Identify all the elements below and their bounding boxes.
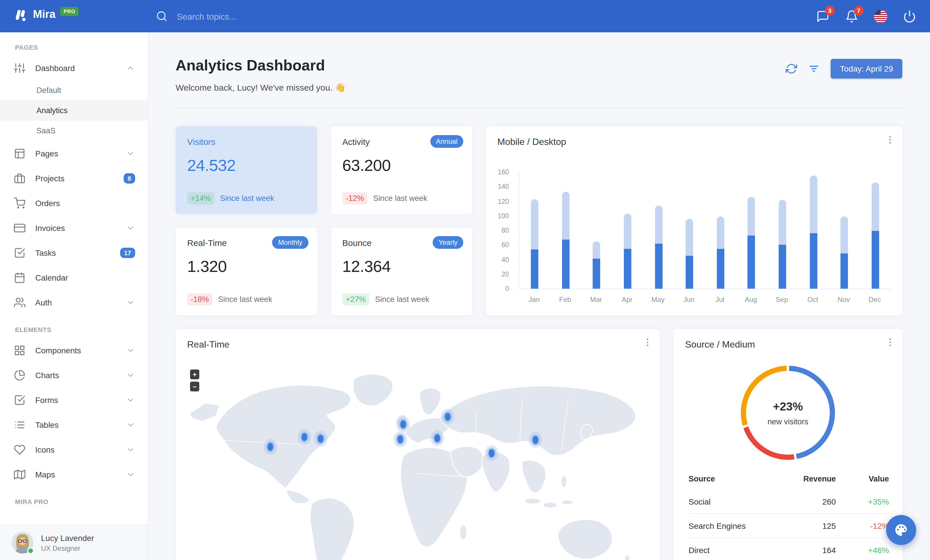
x-axis-tick: Mar — [590, 296, 602, 304]
sidebar-item-orders[interactable]: Orders — [0, 190, 148, 215]
sidebar-item-calendar[interactable]: Calendar — [0, 265, 148, 290]
stat-period-pill[interactable]: Yearly — [433, 236, 463, 249]
x-axis-tick: Sep — [776, 296, 788, 304]
y-axis-tick: 140 — [498, 183, 509, 190]
date-button[interactable]: Today: April 29 — [831, 59, 902, 78]
map-marker[interactable] — [443, 411, 452, 423]
sidebar-item-components[interactable]: Components — [0, 338, 148, 362]
stat-period-pill[interactable]: Annual — [430, 135, 463, 148]
language-selector[interactable] — [874, 9, 887, 23]
map-zoom-out-button[interactable]: − — [190, 382, 199, 391]
sidebar-item-invoices[interactable]: Invoices — [0, 215, 148, 240]
main-content: Analytics Dashboard Welcome back, Lucy! … — [148, 32, 930, 560]
world-map[interactable] — [176, 358, 660, 560]
bar-dec — [871, 182, 879, 288]
page-subtitle: Welcome back, Lucy! We've missed you. 👋 — [176, 82, 346, 94]
sidebar-item-maps[interactable]: Maps — [0, 462, 148, 487]
check-square-icon — [14, 247, 25, 258]
sidebar-section-label: PAGES — [0, 32, 148, 55]
sidebar: PAGESDashboardDefaultAnalyticsSaaSPagesP… — [0, 32, 148, 560]
card-menu-button[interactable] — [885, 337, 895, 348]
sidebar-item-label: Charts — [35, 370, 126, 380]
card-menu-button[interactable] — [642, 337, 653, 348]
bar-segment-mobile — [810, 233, 817, 288]
col-header-value: Value — [836, 474, 889, 483]
bar-segment-mobile — [717, 249, 724, 288]
refresh-button[interactable] — [785, 63, 797, 74]
map-marker[interactable] — [396, 434, 405, 445]
cell-revenue: 125 — [785, 521, 836, 530]
sidebar-item-forms[interactable]: Forms — [0, 387, 148, 412]
us-flag-icon — [874, 9, 887, 23]
sidebar-item-projects[interactable]: Projects8 — [0, 166, 148, 190]
messages-button[interactable]: 3 — [816, 9, 830, 23]
x-axis-tick: Feb — [559, 296, 571, 304]
bar-segment-mobile — [531, 249, 539, 288]
theme-settings-button[interactable] — [886, 515, 916, 545]
stat-card-activity: ActivityAnnual63.200-12%Since last week — [331, 126, 472, 214]
map-marker[interactable] — [531, 434, 540, 446]
sidebar-subitem-default[interactable]: Default — [0, 80, 148, 100]
search-input[interactable] — [176, 11, 311, 21]
sidebar-item-tasks[interactable]: Tasks17 — [0, 240, 148, 265]
bar-may — [655, 206, 662, 288]
bar-segment-mobile — [593, 259, 600, 289]
chevron-up-icon — [126, 63, 135, 72]
filter-button[interactable] — [808, 63, 820, 74]
check-square-icon — [14, 394, 25, 405]
bar-segment-mobile — [779, 245, 786, 288]
map-zoom-in-button[interactable]: + — [190, 370, 199, 379]
sidebar-item-charts[interactable]: Charts — [0, 362, 148, 387]
briefcase-icon — [14, 172, 25, 184]
kebab-icon — [885, 337, 895, 348]
sidebar-item-pages[interactable]: Pages — [0, 141, 148, 166]
map-marker[interactable] — [266, 441, 275, 453]
sidebar-user[interactable]: Lucy Lavender UX Designer — [0, 525, 148, 560]
cell-source: Social — [688, 497, 785, 506]
stat-period-pill[interactable]: Monthly — [273, 236, 308, 249]
stat-caption: Since last week — [220, 194, 274, 203]
table-row[interactable]: Search Engines125-12% — [688, 513, 889, 537]
sidebar-subitem-analytics[interactable]: Analytics — [0, 100, 148, 121]
logout-button[interactable] — [903, 9, 916, 23]
sidebar-item-label: Icons — [35, 445, 126, 454]
table-row[interactable]: Direct164+46% — [688, 537, 889, 560]
map-marker[interactable] — [487, 447, 496, 459]
header-divider — [176, 107, 902, 108]
brand[interactable]: Mira PRO — [13, 7, 79, 25]
map-marker[interactable] — [433, 433, 442, 444]
map-marker[interactable] — [316, 433, 325, 445]
bar-jul — [717, 216, 724, 288]
donut-slice-direct — [744, 368, 787, 425]
sidebar-item-dashboard[interactable]: Dashboard — [0, 55, 148, 80]
map-marker[interactable] — [300, 431, 309, 443]
map-marker[interactable] — [399, 419, 408, 430]
stat-card-visitors: Visitors24.532+14%Since last week — [176, 126, 317, 214]
avatar — [12, 532, 34, 554]
sidebar-item-auth[interactable]: Auth — [0, 290, 148, 315]
notifications-button[interactable]: 7 — [845, 9, 858, 23]
sliders-icon — [14, 62, 25, 74]
y-axis-tick: 80 — [501, 227, 509, 234]
kebab-icon — [885, 135, 895, 145]
x-axis-tick: Oct — [807, 296, 818, 304]
y-axis-tick: 120 — [498, 198, 509, 205]
users-icon — [14, 296, 25, 308]
donut-chart: +23% new visitors — [730, 355, 846, 471]
stat-caption: Since last week — [218, 295, 273, 304]
bar-feb — [562, 192, 570, 288]
bar-apr — [624, 213, 631, 288]
sidebar-item-label: Maps — [35, 469, 126, 479]
sidebar-item-icons[interactable]: Icons — [0, 437, 148, 462]
col-header-source: Source — [688, 474, 785, 483]
bar-segment-mobile — [624, 249, 631, 288]
bar-oct — [810, 176, 817, 288]
table-row[interactable]: Social260+35% — [688, 489, 889, 513]
source-table: SourceRevenueValueSocial260+35%Search En… — [673, 468, 902, 560]
y-axis-tick: 0 — [505, 285, 509, 292]
x-axis-tick: Aug — [745, 296, 757, 304]
sidebar-subitem-saas[interactable]: SaaS — [0, 121, 148, 141]
sidebar-item-tables[interactable]: Tables — [0, 412, 148, 437]
heart-icon — [14, 444, 25, 455]
card-menu-button[interactable] — [885, 135, 895, 145]
